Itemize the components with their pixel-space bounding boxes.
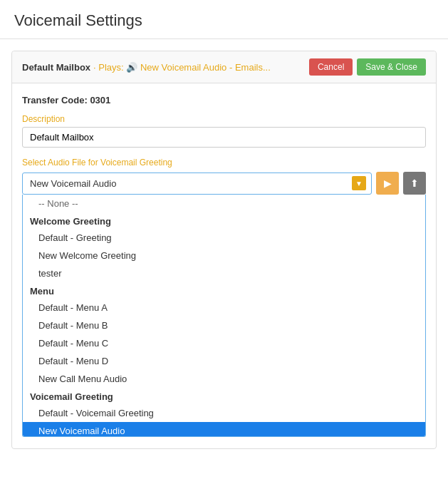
dropdown-group-voicemail-greeting: Voicemail Greeting [23, 388, 425, 404]
audio-select-row: New Voicemail Audio ▼ ▶ ⬆ [22, 172, 426, 195]
plays-audio-icon: 🔊 [126, 62, 140, 73]
dropdown-item-default-greeting[interactable]: Default - Greeting [23, 229, 425, 247]
dropdown-group-menu: Menu [23, 282, 425, 299]
play-icon: ▶ [384, 177, 392, 189]
description-input[interactable] [22, 127, 426, 148]
dropdown-item-default-voicemail-greeting[interactable]: Default - Voicemail Greeting [23, 404, 425, 422]
card-body: Transfer Code: 0301 Description Select A… [12, 83, 436, 448]
dropdown-item-default-menu-c[interactable]: Default - Menu C [23, 334, 425, 352]
select-audio-label: Select Audio File for Voicemail Greeting [22, 158, 426, 168]
dropdown-item-default-menu-a[interactable]: Default - Menu A [23, 299, 425, 316]
upload-icon: ⬆ [410, 177, 419, 189]
save-close-button[interactable]: Save & Close [357, 58, 426, 76]
audio-select-wrapper: New Voicemail Audio ▼ [22, 173, 372, 195]
dropdown-group-welcome-greeting: Welcome Greeting [23, 212, 425, 229]
dropdown-item-default-menu-d[interactable]: Default - Menu D [23, 352, 425, 370]
audio-select-display[interactable]: New Voicemail Audio [22, 173, 372, 195]
cancel-button[interactable]: Cancel [309, 58, 353, 76]
upload-button[interactable]: ⬆ [403, 172, 426, 195]
card-header-info: Default Mailbox · Plays: 🔊 New Voicemail… [22, 62, 271, 73]
dropdown-item-new-welcome-greeting[interactable]: New Welcome Greeting [23, 247, 425, 264]
dropdown-none-item[interactable]: -- None -- [23, 195, 425, 212]
header-buttons: Cancel Save & Close [309, 58, 426, 76]
transfer-code-row: Transfer Code: 0301 [22, 95, 426, 105]
dropdown-item-default-menu-b[interactable]: Default - Menu B [23, 316, 425, 334]
plays-label: · Plays: 🔊 New Voicemail Audio - Emails.… [93, 62, 271, 73]
dropdown-item-tester[interactable]: tester [23, 264, 425, 282]
dropdown-list: -- None -- Welcome Greeting Default - Gr… [22, 195, 426, 437]
dropdown-item-new-call-menu-audio[interactable]: New Call Menu Audio [23, 370, 425, 388]
card-header: Default Mailbox · Plays: 🔊 New Voicemail… [12, 51, 436, 83]
dropdown-item-new-voicemail-audio[interactable]: New Voicemail Audio [23, 422, 425, 437]
mailbox-name: Default Mailbox [22, 62, 90, 73]
page-title: Voicemail Settings [0, 0, 448, 39]
description-label: Description [22, 114, 426, 124]
play-button[interactable]: ▶ [376, 172, 399, 195]
voicemail-card: Default Mailbox · Plays: 🔊 New Voicemail… [11, 51, 437, 449]
